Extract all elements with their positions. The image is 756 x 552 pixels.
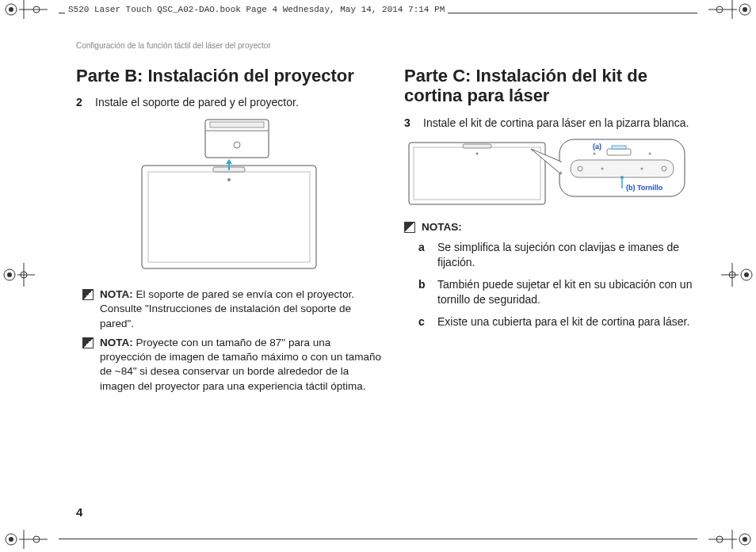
svg-marker-39 bbox=[226, 159, 232, 164]
svg-rect-35 bbox=[148, 172, 310, 262]
svg-rect-47 bbox=[571, 160, 674, 177]
sub-c-text: Existe una cubierta para el kit de corti… bbox=[437, 314, 710, 330]
callout-b-label: (b) Tornillo bbox=[626, 184, 663, 192]
notas-label: NOTAS: bbox=[422, 221, 462, 233]
crop-mark-tr bbox=[708, 0, 756, 22]
note-icon bbox=[404, 222, 415, 233]
column-left: Parte B: Instalación del proyector 2 Ins… bbox=[76, 66, 382, 398]
svg-point-1 bbox=[9, 7, 13, 12]
svg-point-54 bbox=[601, 168, 604, 170]
heading-part-b: Parte B: Instalación del proyector bbox=[76, 66, 382, 86]
sub-a-letter: a bbox=[418, 240, 430, 271]
svg-point-57 bbox=[594, 153, 596, 155]
svg-point-53 bbox=[620, 176, 624, 179]
svg-rect-50 bbox=[607, 149, 631, 155]
note-icon bbox=[82, 337, 94, 348]
step-3-text: Instale el kit de cortina para láser en … bbox=[423, 116, 710, 131]
svg-point-29 bbox=[743, 537, 747, 542]
svg-rect-51 bbox=[612, 146, 626, 149]
crop-mark-tl bbox=[0, 0, 48, 22]
svg-point-55 bbox=[641, 168, 643, 170]
svg-point-56 bbox=[649, 153, 651, 155]
note-2-label: NOTA: bbox=[100, 337, 133, 348]
crop-mark-left bbox=[0, 263, 35, 290]
note-1: NOTA: El soporte de pared se envía con e… bbox=[100, 287, 382, 331]
svg-point-21 bbox=[9, 537, 13, 542]
crop-mark-right bbox=[721, 263, 756, 290]
svg-rect-31 bbox=[210, 122, 264, 128]
crop-mark-bl bbox=[0, 530, 48, 552]
svg-point-37 bbox=[227, 178, 231, 181]
diagram-laser-curtain-kit: (a) (b) Tornillo bbox=[404, 138, 689, 209]
sub-b-letter: b bbox=[418, 277, 430, 308]
note-2: NOTA: Proyecte con un tamaño de 87" para… bbox=[100, 336, 382, 394]
svg-point-9 bbox=[743, 7, 747, 12]
step-number-3: 3 bbox=[404, 116, 415, 131]
column-right: Parte C: Instalación del kit de cortina … bbox=[404, 66, 710, 398]
note-2-text: Proyecte con un tamaño de 87" para una p… bbox=[100, 337, 381, 392]
heading-part-c: Parte C: Instalación del kit de cortina … bbox=[404, 66, 710, 106]
sub-a-text: Se simplifica la sujeción con clavijas e… bbox=[437, 240, 710, 271]
page-number: 4 bbox=[76, 505, 82, 519]
note-1-label: NOTA: bbox=[100, 288, 133, 300]
svg-point-19 bbox=[744, 272, 749, 277]
svg-rect-41 bbox=[414, 147, 540, 200]
note-1-text: El soporte de pared se envía con el proy… bbox=[100, 288, 354, 329]
crop-mark-br bbox=[708, 530, 756, 552]
sub-c-letter: c bbox=[418, 314, 430, 330]
step-2-text: Instale el soporte de pared y el proyect… bbox=[95, 95, 382, 110]
note-icon bbox=[82, 289, 94, 300]
sub-b-text: También puede sujetar el kit en su ubica… bbox=[437, 277, 710, 308]
running-head: Configuración de la función táctil del l… bbox=[76, 41, 710, 50]
step-number-2: 2 bbox=[76, 95, 87, 110]
svg-point-43 bbox=[476, 153, 479, 155]
callout-a-label: (a) bbox=[593, 143, 601, 150]
footer-rule bbox=[59, 539, 697, 539]
header-crop-info: S520 Laser Touch QSC_A02-DAO.book Page 4… bbox=[65, 5, 448, 14]
diagram-projector-mount bbox=[126, 118, 332, 276]
svg-rect-42 bbox=[463, 144, 491, 148]
svg-point-11 bbox=[7, 272, 12, 277]
